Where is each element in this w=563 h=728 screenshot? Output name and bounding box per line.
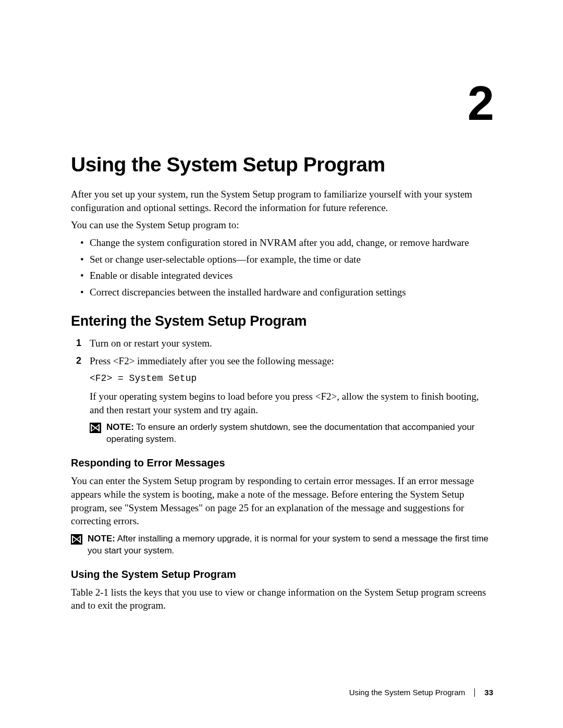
footer-page-number: 33 xyxy=(484,688,493,697)
list-item: Enable or disable integrated devices xyxy=(90,269,493,282)
note-body: To ensure an orderly system shutdown, se… xyxy=(106,422,475,444)
note-text: NOTE: After installing a memory upgrade,… xyxy=(88,533,493,557)
responding-body: You can enter the System Setup program b… xyxy=(71,474,493,528)
note-block: NOTE: After installing a memory upgrade,… xyxy=(71,533,493,557)
heading-responding: Responding to Error Messages xyxy=(71,457,493,469)
step-item: Press <F2> immediately after you see the… xyxy=(90,354,493,416)
intro-paragraph-2: You can use the System Setup program to: xyxy=(71,218,493,232)
page-title: Using the System Setup Program xyxy=(71,153,493,176)
list-item: Set or change user-selectable options—fo… xyxy=(90,253,493,266)
page-footer: Using the System Setup Program 33 xyxy=(349,688,493,697)
list-item: Change the system configuration stored i… xyxy=(90,236,493,250)
note-label: NOTE: xyxy=(106,422,134,432)
intro-bullet-list: Change the system configuration stored i… xyxy=(71,236,493,299)
step-item: Turn on or restart your system. xyxy=(90,337,493,350)
chapter-number: 2 xyxy=(71,79,493,127)
note-label: NOTE: xyxy=(88,534,115,544)
code-sample: <F2> = System Setup xyxy=(90,372,493,385)
step-text: Turn on or restart your system. xyxy=(90,338,212,349)
using-body: Table 2-1 lists the keys that you use to… xyxy=(71,586,493,612)
note-body: After installing a memory upgrade, it is… xyxy=(88,534,488,556)
note-block: NOTE: To ensure an orderly system shutdo… xyxy=(71,422,493,446)
intro-paragraph-1: After you set up your system, run the Sy… xyxy=(71,188,493,214)
heading-using: Using the System Setup Program xyxy=(71,569,493,581)
list-item: Correct discrepancies between the instal… xyxy=(90,286,493,299)
step-text: Press <F2> immediately after you see the… xyxy=(90,355,334,366)
page-content: 2 Using the System Setup Program After y… xyxy=(71,0,493,616)
heading-entering: Entering the System Setup Program xyxy=(71,313,493,329)
steps-list: Turn on or restart your system. Press <F… xyxy=(71,337,493,416)
note-icon xyxy=(90,423,101,433)
note-text: NOTE: To ensure an orderly system shutdo… xyxy=(106,422,493,446)
footer-running-title: Using the System Setup Program xyxy=(349,688,466,697)
note-icon xyxy=(71,534,82,545)
footer-divider xyxy=(474,688,475,697)
step-continuation: If your operating system begins to load … xyxy=(90,390,493,416)
